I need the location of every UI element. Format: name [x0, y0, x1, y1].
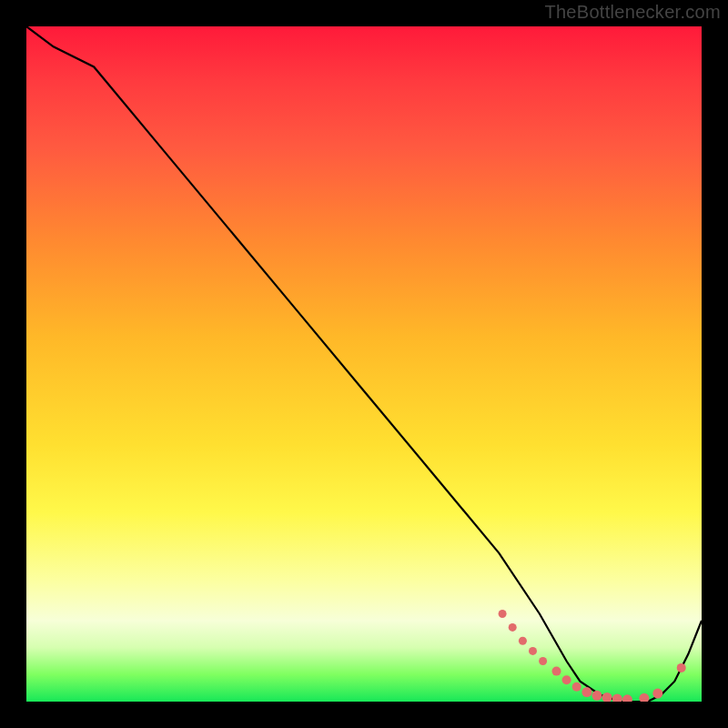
- curve-marker: [499, 610, 507, 618]
- bottleneck-curve: [26, 26, 702, 702]
- curve-marker: [529, 647, 537, 655]
- watermark-label: TheBottlenecker.com: [544, 2, 721, 23]
- curve-marker: [652, 689, 662, 699]
- curve-marker: [602, 693, 612, 702]
- curve-marker: [677, 663, 686, 672]
- curve-marker: [612, 694, 622, 703]
- curve-marker: [592, 691, 602, 701]
- curve-marker: [562, 675, 571, 684]
- curve-marker: [581, 687, 592, 697]
- curve-marker: [639, 693, 649, 702]
- curve-marker: [552, 667, 561, 676]
- plot-area: [26, 26, 702, 702]
- curve-marker: [539, 657, 547, 665]
- marker-group: [499, 610, 686, 702]
- chart-svg: [26, 26, 702, 702]
- curve-marker: [509, 623, 517, 632]
- curve-marker: [572, 682, 581, 692]
- curve-marker: [622, 694, 632, 702]
- curve-marker: [519, 637, 527, 645]
- chart-frame: TheBottlenecker.com: [0, 0, 728, 728]
